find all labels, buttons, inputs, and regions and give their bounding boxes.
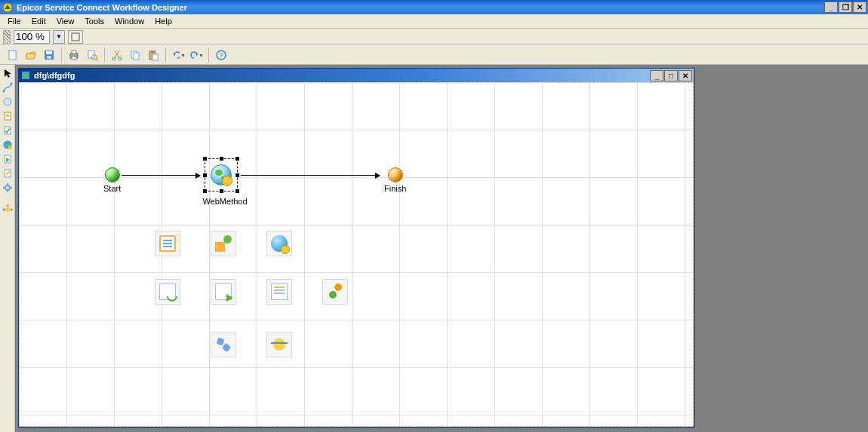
undo-dropdown-icon: ▼ xyxy=(180,53,186,58)
close-button[interactable]: ✕ xyxy=(853,2,866,13)
tool-doc-edit[interactable] xyxy=(1,167,14,179)
shapes-icon xyxy=(215,235,232,252)
tool-hub[interactable] xyxy=(1,203,14,216)
restore-button[interactable]: ❐ xyxy=(839,2,852,13)
tool-pointer[interactable] xyxy=(1,66,14,79)
svg-rect-4 xyxy=(46,51,52,54)
finish-node[interactable]: Finish xyxy=(384,167,406,193)
cut-button[interactable] xyxy=(109,47,125,63)
document-title-bar[interactable]: dfg\dfgdfg _ □ ✕ xyxy=(19,69,694,82)
svg-point-38 xyxy=(5,207,10,212)
svg-point-12 xyxy=(112,57,115,60)
sel-handle-e[interactable] xyxy=(235,173,239,177)
title-bar: Epicor Service Connect Workflow Designer… xyxy=(0,0,868,14)
menu-bar: File Edit View Tools Window Help xyxy=(0,14,868,29)
canvas-frame xyxy=(19,82,694,427)
sel-handle-nw[interactable] xyxy=(203,157,207,161)
connector-webmethod-to-finish[interactable] xyxy=(241,175,380,176)
minimize-button[interactable]: _ xyxy=(824,2,838,13)
side-toolbox xyxy=(0,65,15,432)
palette-hub[interactable] xyxy=(266,332,292,357)
connector-start-to-webmethod[interactable] xyxy=(122,175,200,176)
canvas[interactable]: Start WebMethod xyxy=(19,82,694,427)
tool-doc-play[interactable] xyxy=(1,152,14,165)
palette-doc-edit[interactable] xyxy=(266,279,292,305)
document-title: dfg\dfgdfg xyxy=(34,71,650,80)
open-button[interactable] xyxy=(23,47,39,63)
zoom-fit-button[interactable] xyxy=(68,30,83,44)
svg-point-13 xyxy=(119,57,122,60)
menu-edit-label: Edit xyxy=(32,17,46,26)
app-icon xyxy=(2,2,14,14)
clipboard-icon xyxy=(159,235,176,252)
print-button[interactable] xyxy=(66,47,82,63)
palette-beads[interactable] xyxy=(322,279,348,305)
start-node[interactable]: Start xyxy=(103,167,121,193)
menu-edit[interactable]: Edit xyxy=(27,15,51,27)
hub-icon xyxy=(271,336,288,353)
menu-window-label: Window xyxy=(115,17,144,26)
svg-point-21 xyxy=(2,90,5,92)
toolbar-grip[interactable] xyxy=(3,30,11,44)
start-icon xyxy=(105,167,120,182)
tool-circle[interactable] xyxy=(1,95,14,108)
svg-rect-1 xyxy=(72,33,79,41)
svg-rect-15 xyxy=(134,53,139,60)
webmethod-node[interactable] xyxy=(211,164,232,185)
sel-handle-s[interactable] xyxy=(220,189,223,193)
doc-maximize-button[interactable]: □ xyxy=(664,70,678,81)
sel-handle-sw[interactable] xyxy=(203,189,207,193)
sel-handle-n[interactable] xyxy=(220,157,223,161)
zoom-input[interactable] xyxy=(14,30,50,44)
palette-clipboard[interactable] xyxy=(155,231,180,256)
help-button[interactable]: ? xyxy=(213,47,229,63)
copy-button[interactable] xyxy=(127,47,143,63)
svg-point-41 xyxy=(6,204,8,207)
svg-rect-17 xyxy=(151,51,154,53)
menu-tools-label: Tools xyxy=(85,17,104,26)
menu-file[interactable]: File xyxy=(3,15,26,27)
new-button[interactable] xyxy=(5,47,21,63)
svg-rect-27 xyxy=(5,127,11,134)
svg-rect-18 xyxy=(152,54,158,60)
zoom-dropdown[interactable]: ▼ xyxy=(53,30,65,44)
palette-doc-import[interactable] xyxy=(211,279,236,305)
palette-webmethod[interactable] xyxy=(266,231,292,256)
sel-handle-w[interactable] xyxy=(203,173,207,177)
print-preview-button[interactable] xyxy=(84,47,100,63)
menu-tools[interactable]: Tools xyxy=(80,15,109,27)
sel-handle-se[interactable] xyxy=(235,189,239,193)
menu-help[interactable]: Help xyxy=(150,15,177,27)
svg-point-39 xyxy=(2,208,5,210)
menu-view[interactable]: View xyxy=(52,15,79,27)
toolbar-sep-3 xyxy=(165,47,166,63)
menu-window[interactable]: Window xyxy=(110,15,149,27)
svg-text:?: ? xyxy=(219,51,223,59)
svg-point-43 xyxy=(23,73,28,78)
tool-gear[interactable] xyxy=(1,181,14,194)
undo-button[interactable]: ▼ xyxy=(170,47,186,63)
tool-document[interactable] xyxy=(1,109,14,122)
tool-doc-check[interactable] xyxy=(1,124,14,136)
menu-file-label: File xyxy=(8,17,21,26)
doc-close-button[interactable]: ✕ xyxy=(679,70,692,81)
svg-point-22 xyxy=(10,82,12,84)
svg-point-33 xyxy=(5,185,10,190)
save-button[interactable] xyxy=(41,47,57,63)
paste-button[interactable] xyxy=(145,47,162,63)
tool-connector[interactable] xyxy=(1,81,14,93)
palette-gears[interactable] xyxy=(211,332,236,357)
palette-doc-refresh[interactable] xyxy=(155,279,180,305)
svg-line-11 xyxy=(96,59,97,60)
toolbar-sep-2 xyxy=(104,47,105,63)
main-toolbar: ▼ ▼ ? xyxy=(0,45,868,65)
tool-globe[interactable] xyxy=(1,138,14,151)
app-title: Epicor Service Connect Workflow Designer xyxy=(17,3,824,12)
svg-point-30 xyxy=(8,145,11,149)
doc-minimize-button[interactable]: _ xyxy=(650,70,663,81)
start-label: Start xyxy=(103,184,121,193)
palette-shapes[interactable] xyxy=(211,231,236,256)
redo-button[interactable]: ▼ xyxy=(188,47,205,63)
beads-icon xyxy=(327,283,343,300)
sel-handle-ne[interactable] xyxy=(235,157,239,161)
